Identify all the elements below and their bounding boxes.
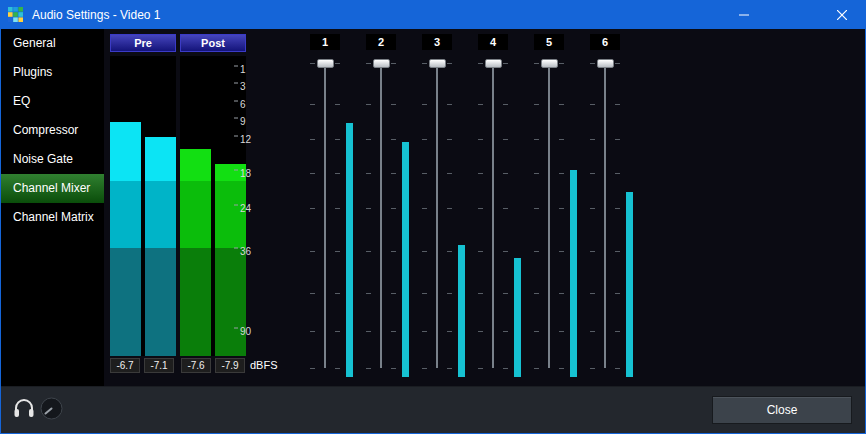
- fader-tick: [534, 63, 539, 64]
- fader-tick: [447, 293, 452, 294]
- fader-tick: [366, 368, 371, 369]
- channel-fader-handle[interactable]: [541, 59, 558, 68]
- fader-tick: [366, 173, 371, 174]
- sidebar-item-eq[interactable]: EQ: [1, 87, 104, 116]
- channel-number-label: 5: [534, 34, 564, 50]
- fader-tick: [534, 368, 539, 369]
- channel-level-fill: [570, 170, 577, 377]
- audio-settings-window: Audio Settings - Video 1 GeneralPluginsE…: [0, 0, 866, 434]
- channel-level-meter: [458, 63, 465, 377]
- fader-tick: [391, 139, 396, 140]
- close-button[interactable]: Close: [712, 396, 852, 424]
- channel-fader-track[interactable]: [604, 63, 606, 368]
- fader-tick: [422, 208, 427, 209]
- scale-tick-9: 9: [234, 116, 246, 127]
- sidebar-item-noise-gate[interactable]: Noise Gate: [1, 145, 104, 174]
- fader-tick: [615, 173, 620, 174]
- titlebar[interactable]: Audio Settings - Video 1: [1, 1, 865, 29]
- fader-tick: [366, 293, 371, 294]
- fader-tick: [478, 104, 483, 105]
- meter-mask: [145, 56, 176, 137]
- channel-strip-5: 5: [521, 29, 577, 386]
- pre-right-db-value: -7.1: [144, 358, 174, 373]
- fader-tick: [366, 208, 371, 209]
- channel-fader-handle[interactable]: [373, 59, 390, 68]
- fader-tick: [478, 331, 483, 332]
- channel-strip-6: 6: [577, 29, 633, 386]
- fader-tick: [310, 208, 315, 209]
- fader-tick: [534, 293, 539, 294]
- scale-tick-label: 18: [240, 168, 251, 179]
- fader-tick: [310, 368, 315, 369]
- fader-tick: [534, 104, 539, 105]
- channel-fader-handle[interactable]: [317, 59, 334, 68]
- channel-level-fill: [514, 258, 521, 377]
- scale-tick-mark: [234, 66, 238, 67]
- sidebar-item-channel-mixer[interactable]: Channel Mixer: [1, 174, 104, 203]
- channel-mixer-panel: Pre Post -6.7 -7.1 -7.6 -7.9 dBFS 136912…: [104, 29, 865, 386]
- fader-tick: [615, 251, 620, 252]
- fader-tick: [335, 208, 340, 209]
- fader-tick: [534, 139, 539, 140]
- sidebar-item-general[interactable]: General: [1, 29, 104, 58]
- close-window-button[interactable]: [819, 1, 865, 29]
- channel-fader-handle[interactable]: [485, 59, 502, 68]
- scale-tick-18: 18: [234, 168, 251, 179]
- fader-tick: [559, 331, 564, 332]
- fader-tick: [478, 293, 483, 294]
- scale-tick-mark: [234, 248, 238, 249]
- channel-fader-track[interactable]: [324, 63, 326, 368]
- fader-tick: [503, 208, 508, 209]
- fader-tick: [335, 173, 340, 174]
- fader-tick: [391, 368, 396, 369]
- scale-tick-label: 36: [240, 246, 251, 257]
- channel-number-label: 6: [590, 34, 620, 50]
- fader-tick: [391, 173, 396, 174]
- fader-tick: [590, 368, 595, 369]
- channel-fader-handle[interactable]: [597, 59, 614, 68]
- channel-fader-handle[interactable]: [429, 59, 446, 68]
- minimize-button[interactable]: [721, 1, 767, 29]
- headphones-monitor-button[interactable]: [12, 396, 36, 420]
- fader-tick: [615, 208, 620, 209]
- scale-tick-36: 36: [234, 246, 251, 257]
- fader-tick: [590, 208, 595, 209]
- fader-tick: [447, 331, 452, 332]
- fader-tick: [503, 331, 508, 332]
- fader-tick: [335, 63, 340, 64]
- fader-tick: [559, 63, 564, 64]
- scale-tick-label: 6: [240, 99, 246, 110]
- minimize-icon: [739, 10, 749, 20]
- scale-tick-label: 1: [240, 64, 246, 75]
- channel-fader-track[interactable]: [492, 63, 494, 368]
- channel-number-label: 4: [478, 34, 508, 50]
- fader-tick: [310, 139, 315, 140]
- channel-fader-track[interactable]: [380, 63, 382, 368]
- fader-tick: [335, 139, 340, 140]
- fader-tick: [447, 368, 452, 369]
- monitor-volume-knob[interactable]: [40, 397, 63, 420]
- close-icon: [837, 10, 847, 20]
- scale-tick-label: 9: [240, 116, 246, 127]
- fader-tick: [422, 368, 427, 369]
- headphones-icon: [12, 396, 36, 420]
- window-title: Audio Settings - Video 1: [32, 8, 161, 22]
- sidebar-item-compressor[interactable]: Compressor: [1, 116, 104, 145]
- sidebar-item-channel-matrix[interactable]: Channel Matrix: [1, 203, 104, 232]
- fader-tick: [422, 173, 427, 174]
- footer-bar: Close: [1, 386, 865, 433]
- fader-tick: [615, 63, 620, 64]
- fader-tick: [503, 368, 508, 369]
- channel-fader-track[interactable]: [436, 63, 438, 368]
- app-icon: [8, 7, 24, 23]
- channel-number-label: 3: [422, 34, 452, 50]
- pre-meter-button[interactable]: Pre: [110, 34, 176, 52]
- fader-tick: [590, 293, 595, 294]
- sidebar-item-plugins[interactable]: Plugins: [1, 58, 104, 87]
- fader-tick: [447, 104, 452, 105]
- fader-tick: [335, 368, 340, 369]
- channel-fader-track[interactable]: [548, 63, 550, 368]
- channel-level-meter: [626, 63, 633, 377]
- fader-tick: [391, 104, 396, 105]
- fader-tick: [559, 104, 564, 105]
